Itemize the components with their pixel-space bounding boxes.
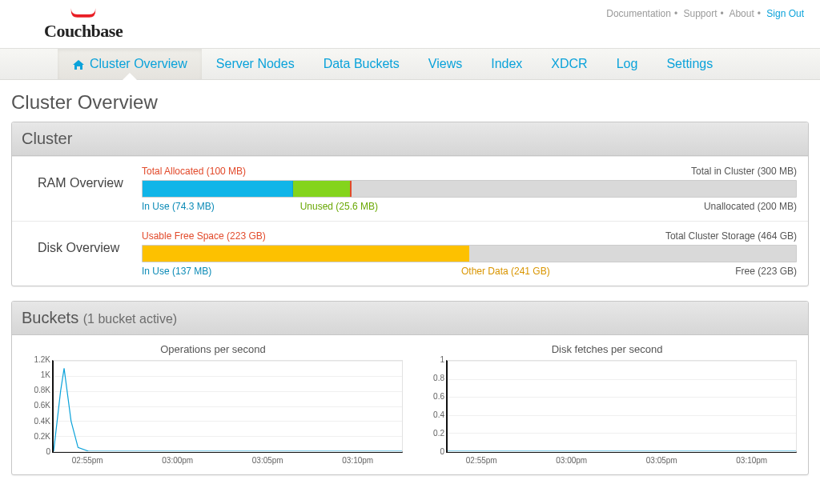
page-title: Cluster Overview [0,80,820,122]
chart-title: Operations per second [23,343,403,355]
chart-x-labels: 02:55pm03:00pm03:05pm03:10pm [436,456,797,465]
disk-bar [142,245,797,262]
brand-name: Couchbase [44,21,123,42]
chart-y-labels: 1.2K1K0.8K0.6K0.4K0.2K0 [25,355,50,456]
chart-title: Disk fetches per second [417,343,797,355]
cluster-panel-head: Cluster [12,122,808,156]
ram-overview-label: RAM Overview [23,165,142,190]
link-sign-out[interactable]: Sign Out [766,8,804,19]
ram-bar [142,180,797,198]
ram-seg-unused [293,181,352,197]
ram-in-use: In Use (74.3 MB) [142,201,215,212]
disk-seg-free [469,246,796,262]
top-links: Documentation• Support• About• Sign Out [606,6,804,19]
buckets-panel: Buckets (1 bucket active) Operations per… [11,301,809,475]
disk-free: Free (223 GB) [735,266,797,277]
nav-settings[interactable]: Settings [652,49,727,79]
disk-other-data: Other Data (241 GB) [461,266,550,277]
chart-body [52,360,403,453]
nav-cluster-overview[interactable]: Cluster Overview [58,49,202,79]
nav-index[interactable]: Index [476,49,537,79]
ram-seg-in-use [143,181,293,197]
ram-total-in-cluster: Total in Cluster (300 MB) [691,166,797,177]
chart-body [446,360,797,453]
nav-views[interactable]: Views [414,49,476,79]
link-about[interactable]: About [729,8,754,19]
buckets-subtitle: (1 bucket active) [83,312,177,326]
cluster-panel: Cluster RAM Overview Total Allocated (10… [11,122,809,286]
nav-server-nodes[interactable]: Server Nodes [202,49,309,79]
ram-unallocated: Unallocated (200 MB) [704,201,797,212]
nav-xdcr[interactable]: XDCR [537,49,601,79]
brand-logo: Couchbase [44,6,123,42]
chart-x-labels: 02:55pm03:00pm03:05pm03:10pm [42,456,403,465]
chart-1: Disk fetches per second10.80.60.40.2002:… [417,343,797,465]
ram-total-allocated: Total Allocated (100 MB) [142,166,246,177]
main-nav: Cluster Overview Server Nodes Data Bucke… [0,48,820,80]
nav-log[interactable]: Log [602,49,653,79]
disk-in-use: In Use (137 MB) [142,266,211,277]
ram-unused: Unused (25.6 MB) [300,201,378,212]
buckets-title: Buckets [22,309,78,326]
chart-y-labels: 10.80.60.40.20 [419,355,444,456]
chart-0: Operations per second1.2K1K0.8K0.6K0.4K0… [23,343,403,465]
link-documentation[interactable]: Documentation [606,8,671,19]
disk-total-storage: Total Cluster Storage (464 GB) [665,230,797,242]
buckets-panel-head: Buckets (1 bucket active) [12,302,808,335]
disk-overview-label: Disk Overview [23,230,142,255]
nav-label: Cluster Overview [90,57,187,70]
disk-section: Disk Overview Usable Free Space (223 GB)… [12,221,808,286]
nav-data-buckets[interactable]: Data Buckets [309,49,414,79]
brand-mark-icon [68,6,98,19]
home-icon [72,59,85,70]
disk-usable-free: Usable Free Space (223 GB) [142,230,266,242]
ram-seg-unallocated [352,181,796,197]
link-support[interactable]: Support [683,8,717,19]
disk-seg-used [143,246,469,262]
ram-section: RAM Overview Total Allocated (100 MB) To… [12,156,808,221]
